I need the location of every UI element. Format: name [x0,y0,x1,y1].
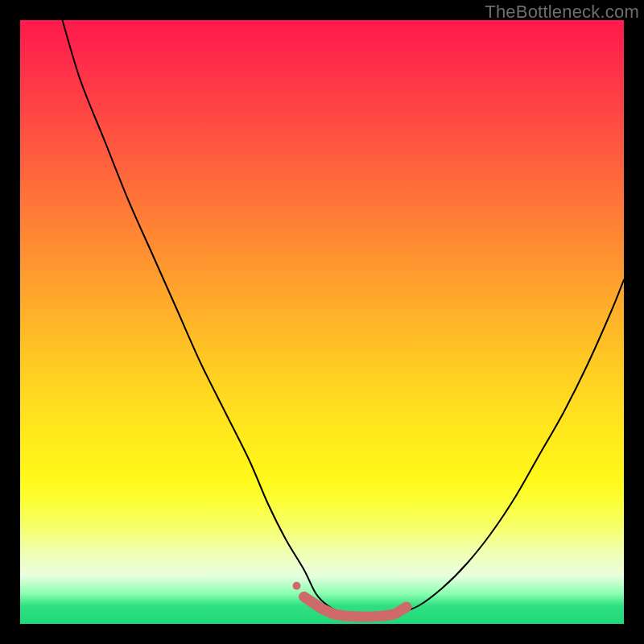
fit-region-start-dot [293,582,301,590]
fit-region-line [304,597,407,617]
plot-area [20,20,624,624]
curve-svg [20,20,624,624]
bottleneck-curve-path [63,20,625,618]
fit-region-markers [293,582,407,617]
chart-frame: TheBottleneck.com [0,0,644,644]
